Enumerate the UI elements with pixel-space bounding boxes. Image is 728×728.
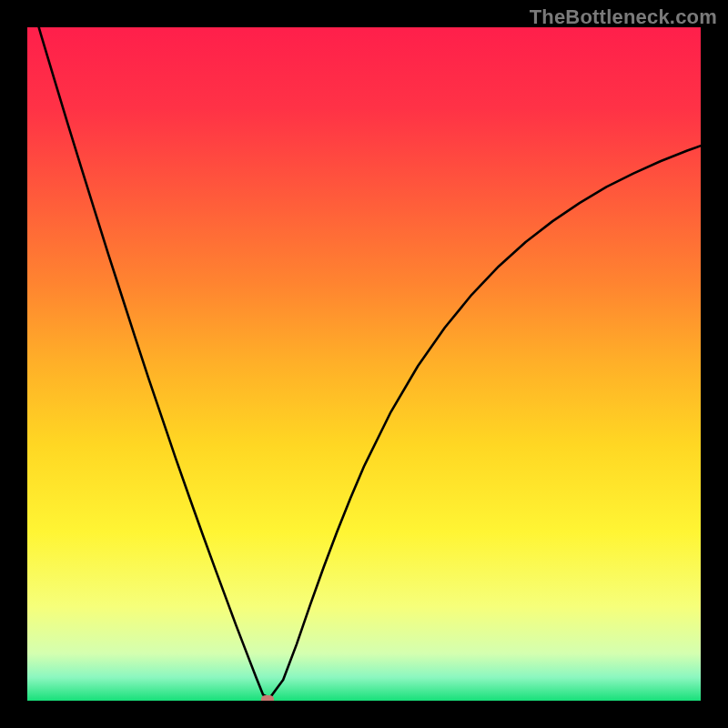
watermark-text: TheBottleneck.com [530,5,717,29]
optimum-marker [261,695,274,701]
chart-frame: TheBottleneck.com [0,0,728,728]
gradient-background [27,27,701,701]
plot-area [27,27,701,701]
chart-svg [27,27,701,701]
